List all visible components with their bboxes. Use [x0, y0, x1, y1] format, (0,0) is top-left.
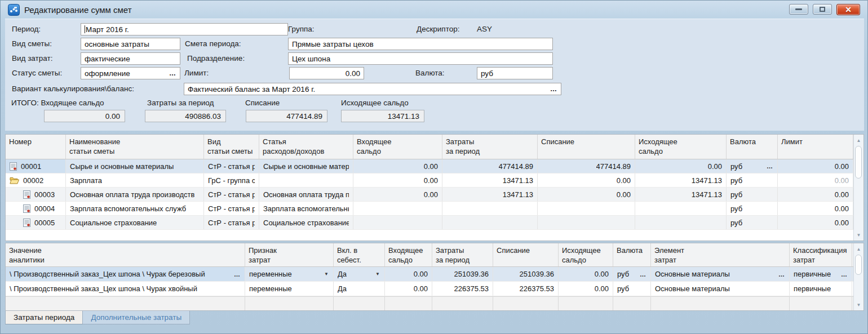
column-header[interactable]: Затраты за период: [442, 135, 538, 159]
cell[interactable]: 0.00: [538, 188, 635, 201]
cell[interactable]: СтР - статья ра: [204, 159, 259, 173]
cell[interactable]: [635, 202, 727, 215]
tab[interactable]: Дополнительные затраты: [83, 311, 190, 324]
table-row[interactable]: \ Производственный заказ_Цех шпона \ Чур…: [6, 282, 853, 296]
column-header[interactable]: Исходящее сальдо: [559, 243, 613, 266]
cell[interactable]: [259, 173, 353, 187]
cell[interactable]: 13471.13: [442, 173, 538, 187]
cell[interactable]: 0.00: [778, 173, 853, 187]
scroll-down-icon[interactable]: ▼: [854, 300, 863, 309]
close-button[interactable]: ✕: [836, 4, 860, 15]
column-header[interactable]: Затраты за период: [432, 243, 493, 266]
column-header[interactable]: Списание: [493, 243, 559, 266]
cell[interactable]: СтР - статья ра: [204, 188, 259, 201]
cell[interactable]: \ Производственный заказ_Цех шпона \ Чур…: [6, 282, 245, 296]
scroll-up-icon[interactable]: ▲: [854, 136, 863, 145]
vertical-scrollbar[interactable]: ▲ ▼: [853, 243, 863, 310]
cell[interactable]: руб: [727, 216, 778, 229]
column-header[interactable]: Статья расходов/доходов: [259, 135, 353, 159]
cell[interactable]: первичные…: [790, 267, 852, 281]
cell[interactable]: Зарплата: [66, 173, 204, 187]
column-header[interactable]: Признак затрат: [245, 243, 334, 266]
table-row[interactable]: 00004Зарплата вспомогательных службСтР -…: [6, 202, 853, 216]
table-row[interactable]: 00005Социальное страхованиеСтР - статья …: [6, 216, 853, 230]
cell[interactable]: Да: [334, 282, 385, 296]
minimize-button[interactable]: [789, 4, 808, 15]
cell[interactable]: Да▼: [334, 267, 385, 281]
dropdown-icon[interactable]: ▼: [373, 271, 380, 277]
column-header[interactable]: Классификация затрат: [790, 243, 852, 266]
cell[interactable]: 0.00: [559, 267, 613, 281]
cell[interactable]: 0.00: [778, 188, 853, 201]
dropdown-icon[interactable]: ▼: [321, 271, 329, 277]
cell[interactable]: 251039.36: [432, 267, 493, 281]
cell[interactable]: 226375.53: [432, 282, 493, 296]
cell[interactable]: 0.00: [353, 173, 442, 187]
column-header[interactable]: Номер: [6, 135, 66, 159]
ellipsis-button[interactable]: …: [776, 271, 785, 278]
column-header[interactable]: Наименование статьи сметы: [66, 135, 204, 159]
cell[interactable]: Социальное страхование: [66, 216, 204, 229]
cell[interactable]: руб: [727, 202, 778, 215]
cell[interactable]: 0.00: [353, 159, 442, 173]
ellipsis-button[interactable]: …: [547, 85, 557, 93]
cell[interactable]: руб…: [727, 159, 778, 173]
column-header[interactable]: Элемент затрат: [651, 243, 790, 266]
cell[interactable]: 0.00: [635, 159, 727, 173]
ellipsis-button[interactable]: …: [764, 163, 773, 170]
table-row[interactable]: 00001Сырье и основные материалыСтР - ста…: [6, 159, 853, 173]
cell[interactable]: [538, 202, 635, 215]
column-header[interactable]: Лимит: [778, 135, 853, 159]
cell[interactable]: Сырье и основные матери: [259, 159, 353, 173]
cell[interactable]: СтР - статья ра: [204, 202, 259, 215]
cell[interactable]: 00004: [6, 202, 66, 215]
cell[interactable]: 0.00: [559, 282, 613, 296]
status-input[interactable]: оформление…: [81, 67, 180, 79]
tab[interactable]: Затраты периода: [5, 311, 83, 324]
cell[interactable]: 0.00: [385, 267, 432, 281]
cell[interactable]: [635, 216, 727, 229]
cell[interactable]: 226375.53: [493, 282, 559, 296]
cell[interactable]: руб: [727, 188, 778, 201]
cell[interactable]: Зарплата вспомогательны: [259, 202, 353, 215]
column-header[interactable]: Входящее сальдо: [353, 135, 442, 159]
column-header[interactable]: Вид статьи сметы: [204, 135, 259, 159]
table-row[interactable]: 00002ЗарплатаГрС - группа ст0.0013471.13…: [6, 173, 853, 188]
limit-input[interactable]: 0.00: [289, 67, 364, 79]
scroll-up-icon[interactable]: ▲: [854, 244, 863, 253]
cell[interactable]: Зарплата вспомогательных служб: [66, 202, 204, 215]
period-estimate-input[interactable]: Прямые затраты цехов: [288, 38, 553, 50]
period-input[interactable]: Март 2016 г.: [81, 23, 288, 35]
cell[interactable]: [353, 216, 442, 229]
table-row[interactable]: 00003Основная оплата труда производствСт…: [6, 188, 853, 202]
cell[interactable]: 13471.13: [635, 188, 727, 201]
column-header[interactable]: Валюта: [727, 135, 778, 159]
cell[interactable]: Основная оплата труда пр: [259, 188, 353, 201]
maximize-button[interactable]: [813, 4, 832, 15]
cell[interactable]: 0.00: [778, 216, 853, 229]
cell[interactable]: 0.00: [778, 202, 853, 215]
cell[interactable]: [442, 216, 538, 229]
ellipsis-button[interactable]: …: [231, 271, 241, 278]
column-header[interactable]: Вкл. в себест.: [334, 243, 385, 266]
ellipsis-button[interactable]: …: [838, 271, 848, 278]
calc-variant-input[interactable]: Фактический баланс за Март 2016 г.…: [184, 83, 561, 95]
cell[interactable]: 0.00: [778, 159, 853, 173]
vertical-scrollbar[interactable]: ▲ ▼: [853, 135, 863, 241]
cell[interactable]: Сырье и основные материалы: [66, 159, 204, 173]
cell[interactable]: Основные материалы: [651, 282, 790, 296]
cell[interactable]: переменные: [245, 282, 334, 296]
cell[interactable]: 13471.13: [442, 188, 538, 201]
ellipsis-button[interactable]: …: [637, 271, 646, 278]
currency-input[interactable]: руб: [477, 67, 553, 79]
column-header[interactable]: Исходящее сальдо: [635, 135, 727, 159]
column-header[interactable]: Списание: [538, 135, 635, 159]
ellipsis-button[interactable]: …: [166, 69, 176, 77]
cell[interactable]: 00002: [6, 173, 66, 187]
column-header[interactable]: Валюта: [613, 243, 651, 266]
cost-type-input[interactable]: фактические: [81, 52, 180, 65]
cell[interactable]: ГрС - группа ст: [204, 173, 259, 187]
estimate-type-input[interactable]: основные затраты: [81, 38, 180, 50]
cell[interactable]: 0.00: [353, 188, 442, 201]
cell[interactable]: 00001: [6, 159, 66, 173]
